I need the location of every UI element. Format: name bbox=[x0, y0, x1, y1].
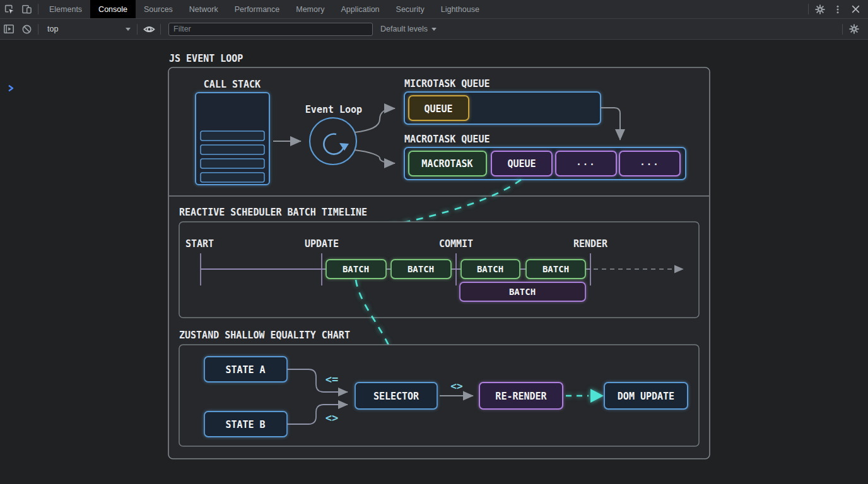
tab-label: Network bbox=[189, 5, 218, 14]
call-stack-label: CALL STACK bbox=[204, 79, 261, 90]
batch-label: BATCH bbox=[477, 264, 503, 274]
equality-operator-a: <= bbox=[326, 373, 338, 386]
tab-elements[interactable]: Elements bbox=[41, 0, 90, 18]
tab-performance[interactable]: Performance bbox=[226, 0, 288, 18]
dom-update-label: DOM UPDATE bbox=[618, 391, 674, 402]
event-loop-section-title: JS EVENT LOOP bbox=[169, 53, 243, 64]
macrotask-item-label: ... bbox=[640, 157, 659, 167]
tab-label: Security bbox=[396, 5, 425, 14]
macrotask-item-label: QUEUE bbox=[507, 158, 536, 170]
call-stack-frame bbox=[201, 173, 264, 182]
call-stack-frame bbox=[201, 145, 264, 154]
inspect-element-button[interactable] bbox=[0, 0, 18, 18]
kebab-menu-icon bbox=[833, 4, 842, 14]
tab-network[interactable]: Network bbox=[181, 0, 226, 18]
context-label: top bbox=[47, 25, 58, 33]
console-sidebar-icon bbox=[3, 23, 15, 35]
tab-label: Console bbox=[98, 5, 127, 14]
divider bbox=[38, 24, 38, 35]
batch-label: BATCH bbox=[343, 264, 369, 274]
divider bbox=[842, 24, 843, 35]
microtask-item-label: QUEUE bbox=[424, 103, 452, 115]
event-loop-label: Event Loop bbox=[305, 104, 362, 115]
gear-icon bbox=[849, 24, 859, 34]
levels-label: Default levels bbox=[380, 25, 428, 33]
tab-lighthouse[interactable]: Lighthouse bbox=[433, 0, 488, 18]
divider bbox=[38, 4, 38, 14]
milestone-label: START bbox=[185, 238, 214, 250]
batch-label: BATCH bbox=[542, 264, 569, 274]
macrotask-item-label: MACROTASK bbox=[421, 158, 472, 170]
tab-label: Memory bbox=[296, 5, 324, 14]
tab-label: Sources bbox=[144, 5, 173, 14]
milestone-label: RENDER bbox=[573, 238, 608, 250]
more-options-button[interactable] bbox=[829, 0, 847, 18]
tab-label: Performance bbox=[235, 5, 280, 14]
live-expression-button[interactable] bbox=[140, 19, 158, 39]
state-a-label: STATE A bbox=[225, 364, 265, 376]
device-toolbar-icon bbox=[21, 4, 32, 14]
device-toolbar-button[interactable] bbox=[18, 0, 35, 18]
macrotask-item-label: ... bbox=[576, 157, 595, 167]
zustand-section-title: ZUSTAND SHALLOW EQUALITY CHART bbox=[179, 330, 350, 341]
tab-label: Lighthouse bbox=[441, 5, 479, 14]
microtask-queue-label: MICROTASK QUEUE bbox=[404, 78, 490, 89]
milestone-label: UPDATE bbox=[305, 238, 339, 250]
timeline-section-title: REACTIVE SCHEDULER BATCH TIMELINE bbox=[179, 207, 367, 218]
close-icon bbox=[851, 4, 860, 14]
console-toolbar: top Default levels bbox=[0, 19, 868, 40]
console-settings-button[interactable] bbox=[845, 19, 863, 39]
devtools-tab-bar: Elements Console Sources Network Perform… bbox=[0, 0, 868, 19]
equality-operator-b: <> bbox=[326, 412, 338, 424]
batch-label: BATCH bbox=[509, 287, 536, 297]
tab-label: Application bbox=[341, 5, 379, 14]
divider bbox=[160, 24, 161, 35]
call-stack-frame bbox=[201, 131, 264, 141]
chevron-down-icon bbox=[431, 28, 437, 31]
console-diagram-image: JS EVENT LOOP CALL STACK Event Loop MICR… bbox=[0, 40, 868, 484]
selector-label: SELECTOR bbox=[373, 391, 419, 402]
tab-memory[interactable]: Memory bbox=[288, 0, 332, 18]
re-render-label: RE-RENDER bbox=[495, 391, 547, 402]
clear-console-button[interactable] bbox=[18, 19, 35, 39]
tab-sources[interactable]: Sources bbox=[136, 0, 181, 18]
call-stack-frame bbox=[201, 159, 264, 168]
inspect-cursor-icon bbox=[4, 4, 15, 14]
tab-console[interactable]: Console bbox=[90, 0, 136, 18]
log-levels-dropdown[interactable]: Default levels bbox=[380, 25, 437, 33]
macrotask-queue-label: MACROTASK QUEUE bbox=[404, 134, 490, 145]
execution-context-selector[interactable]: top bbox=[41, 19, 134, 39]
state-b-label: STATE B bbox=[225, 419, 265, 430]
close-devtools-button[interactable] bbox=[847, 0, 864, 18]
console-sidebar-button[interactable] bbox=[0, 19, 18, 39]
tab-security[interactable]: Security bbox=[388, 0, 433, 18]
tab-application[interactable]: Application bbox=[332, 0, 387, 18]
batch-label: BATCH bbox=[408, 264, 434, 274]
milestone-label: COMMIT bbox=[439, 238, 473, 250]
clear-console-icon bbox=[21, 24, 32, 35]
equality-operator-selector: <> bbox=[450, 380, 462, 392]
gear-icon bbox=[815, 4, 825, 14]
tab-label: Elements bbox=[49, 5, 82, 14]
divider bbox=[137, 24, 138, 35]
console-output-area[interactable]: JS EVENT LOOP CALL STACK Event Loop MICR… bbox=[0, 40, 868, 484]
divider bbox=[808, 4, 809, 14]
settings-button[interactable] bbox=[811, 0, 829, 18]
eye-icon bbox=[143, 23, 155, 35]
filter-input[interactable] bbox=[168, 23, 373, 36]
chevron-down-icon bbox=[126, 28, 131, 31]
